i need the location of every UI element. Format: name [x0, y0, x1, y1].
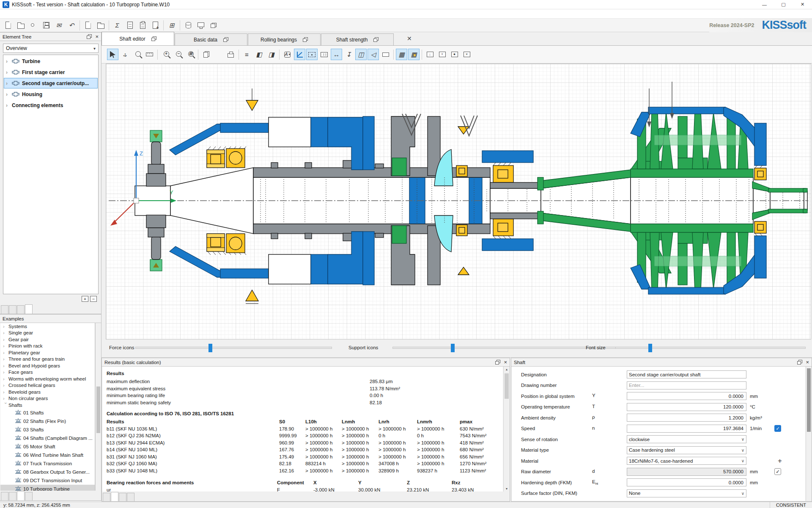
- chevron-right-icon[interactable]: ›: [3, 363, 8, 368]
- service-file-button[interactable]: [149, 20, 161, 31]
- menu-item[interactable]: [9, 9, 17, 19]
- document-tab[interactable]: Rolling bearings: [248, 33, 321, 45]
- example-item[interactable]: › 03 Shafts: [0, 425, 95, 434]
- visibility-view-button[interactable]: ●: [449, 49, 460, 60]
- expand-horizontal-button[interactable]: ↔: [331, 49, 342, 60]
- scroll-up-icon[interactable]: ▴: [506, 367, 508, 371]
- left-panel-tab[interactable]: [17, 305, 25, 314]
- chevron-right-icon[interactable]: ›: [6, 69, 12, 75]
- example-item[interactable]: › Gear pair: [0, 336, 95, 343]
- measure-tool-button[interactable]: [144, 49, 155, 60]
- example-item[interactable]: › Face gears: [0, 369, 95, 376]
- save-graphic-button[interactable]: [213, 49, 224, 60]
- protocol-button[interactable]: [137, 20, 148, 31]
- field-input[interactable]: 120.0000 ∨: [627, 403, 746, 411]
- tree-item[interactable]: › Connecting elements: [4, 100, 97, 110]
- float-panel-icon[interactable]: [87, 34, 92, 39]
- field-input[interactable]: 1.2000 ∨: [627, 414, 746, 422]
- zoom-window-button[interactable]: [132, 49, 143, 60]
- maximize-button[interactable]: ▢: [774, 0, 793, 9]
- example-item[interactable]: › Three and four gears train: [0, 356, 95, 363]
- float-tab-icon[interactable]: [303, 37, 308, 42]
- left-panel-tab[interactable]: [1, 305, 8, 314]
- database-tool-button[interactable]: [182, 20, 194, 31]
- minimize-button[interactable]: —: [755, 0, 774, 9]
- field-checkbox[interactable]: ✓: [774, 468, 781, 475]
- results-tab[interactable]: [103, 493, 110, 501]
- left-panel-tab[interactable]: [25, 304, 33, 314]
- add-material-button[interactable]: +: [774, 457, 790, 465]
- menu-item[interactable]: [32, 9, 40, 19]
- field-input[interactable]: 0.0000 ∨: [627, 392, 746, 400]
- properties-list-button[interactable]: ≡: [241, 49, 252, 60]
- field-input[interactable]: Enter... ∨: [627, 381, 746, 389]
- example-item[interactable]: › 09 DCT Transmission Input: [0, 476, 95, 485]
- example-item[interactable]: › Single gear: [0, 330, 95, 337]
- example-item[interactable]: › Shafts: [0, 402, 95, 409]
- chevron-right-icon[interactable]: ›: [3, 383, 8, 388]
- close-panel-icon[interactable]: ×: [95, 34, 99, 39]
- font-size-slider[interactable]: [615, 347, 806, 349]
- coordinate-axes-button[interactable]: [294, 49, 305, 60]
- field-input[interactable]: 570.0000 ∨: [627, 468, 746, 476]
- field-checkbox[interactable]: ✓: [774, 425, 781, 432]
- close-panel-icon[interactable]: ×: [504, 359, 507, 365]
- document-tab[interactable]: Shaft strength: [321, 33, 394, 45]
- example-item[interactable]: › Worms with enveloping worm wheel: [0, 375, 95, 382]
- example-item[interactable]: › 08 Gearbox Output To Gener...: [0, 468, 95, 476]
- examples-scrollbar[interactable]: [95, 323, 101, 491]
- example-item[interactable]: › Beveloid gears: [0, 389, 95, 395]
- select-tool-button[interactable]: [107, 49, 118, 60]
- field-input[interactable]: 197.3684 ∨: [627, 425, 746, 433]
- menu-item[interactable]: [40, 9, 47, 19]
- results-tab[interactable]: [111, 492, 118, 501]
- data-viewer-button[interactable]: [195, 20, 207, 31]
- tree-view-selector[interactable]: Overview ▾: [3, 44, 99, 53]
- menu-item[interactable]: [55, 9, 63, 19]
- delete-view-button[interactable]: ×: [461, 49, 472, 60]
- example-item[interactable]: › 05 Motor Shaft: [0, 442, 95, 451]
- copy-graphic-button[interactable]: [200, 49, 212, 60]
- chevron-right-icon[interactable]: ›: [3, 376, 8, 381]
- field-input[interactable]: 18CrNiMo7-6, case-hardened ∨: [627, 457, 746, 465]
- chevron-right-icon[interactable]: ›: [3, 330, 8, 335]
- scroll-down-icon[interactable]: ▾: [506, 487, 508, 491]
- dimension-box-button[interactable]: [306, 49, 318, 60]
- left-panel-tab[interactable]: [9, 305, 16, 314]
- example-item[interactable]: › Pinion with rack: [0, 343, 95, 350]
- float-tab-icon[interactable]: [151, 36, 156, 41]
- menu-item[interactable]: [63, 9, 70, 19]
- field-input[interactable]: clockwise ∨: [627, 435, 746, 443]
- example-item[interactable]: › Planetary gear: [0, 349, 95, 356]
- close-panel-icon[interactable]: ×: [806, 359, 809, 365]
- mirror-vertical-button[interactable]: ◨: [266, 49, 277, 60]
- mirror-horizontal-button[interactable]: ◧: [253, 49, 265, 60]
- chevron-right-icon[interactable]: ›: [3, 343, 8, 348]
- zoom-fit-button[interactable]: ⊞: [184, 49, 196, 60]
- field-input[interactable]: None ∨: [627, 489, 746, 497]
- float-panel-icon[interactable]: [495, 360, 500, 364]
- field-input[interactable]: 0.0000 ∨: [627, 478, 746, 486]
- chevron-right-icon[interactable]: ›: [3, 356, 8, 362]
- example-item[interactable]: › Systems: [0, 323, 95, 330]
- document-tab[interactable]: Shaft editor: [102, 32, 174, 45]
- force-icons-slider[interactable]: [135, 347, 332, 349]
- results-tab[interactable]: [119, 493, 126, 501]
- chevron-right-icon[interactable]: ›: [6, 91, 12, 97]
- example-item[interactable]: › 06 Wind Turbine Main Shaft: [0, 451, 95, 459]
- export-view-button[interactable]: ↓: [424, 49, 436, 60]
- float-panel-icon[interactable]: [797, 360, 802, 364]
- text-label-button[interactable]: A: [282, 49, 293, 60]
- menu-item[interactable]: [2, 9, 9, 19]
- field-input[interactable]: Case hardening steel ∨: [627, 446, 746, 454]
- open-protected-file-button[interactable]: [27, 20, 39, 31]
- examples-tab[interactable]: [1, 492, 8, 500]
- example-item[interactable]: › 02 Shafts (Flex Pin): [0, 417, 95, 425]
- example-item[interactable]: › 07 Truck Transmission: [0, 459, 95, 468]
- menu-item[interactable]: [47, 9, 55, 19]
- tree-item[interactable]: › First stage carrier: [4, 67, 97, 77]
- document-tab[interactable]: Basic data: [175, 33, 247, 45]
- close-tab-icon[interactable]: ✕: [404, 35, 414, 42]
- restore-file-button[interactable]: ↶: [66, 20, 77, 31]
- save-file-button[interactable]: [40, 20, 52, 31]
